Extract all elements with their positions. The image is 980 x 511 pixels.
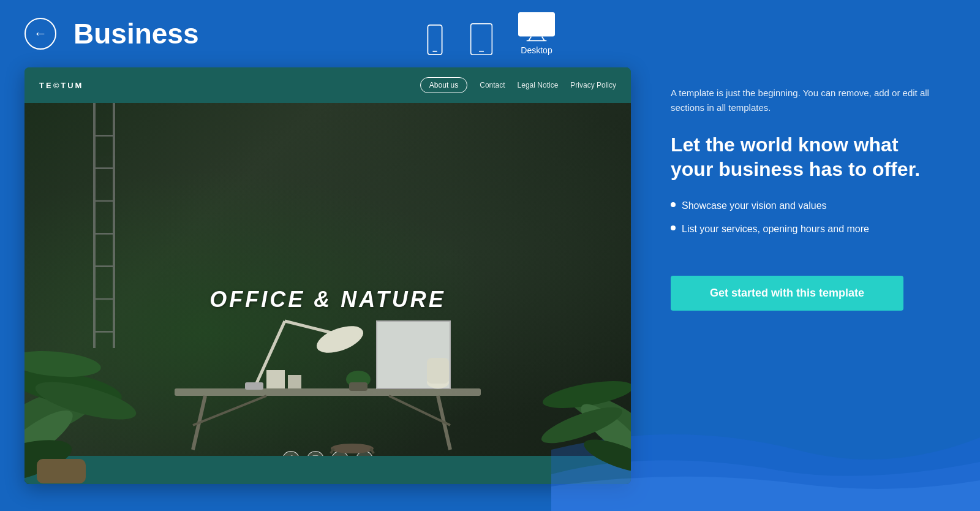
svg-point-46 <box>331 444 374 453</box>
info-bullets: Showcase your vision and values List you… <box>671 199 931 245</box>
website-frame: TE©TUM About us Contact Legal Notice Pri… <box>24 67 631 484</box>
desk-illustration <box>144 284 511 456</box>
nav-link-about[interactable]: About us <box>420 77 467 93</box>
nav-link-privacy[interactable]: Privacy Policy <box>570 81 616 89</box>
desktop-icon <box>518 12 555 42</box>
plant-left-decoration <box>24 180 147 484</box>
info-description: A template is just the beginning. You ca… <box>671 86 931 115</box>
svg-rect-0 <box>428 25 442 55</box>
desktop-label: Desktop <box>521 45 552 55</box>
svg-rect-43 <box>427 358 449 384</box>
plant-right-decoration <box>533 241 631 484</box>
site-hero: OFFICE & NATURE <box>24 103 631 484</box>
device-mobile[interactable] <box>425 25 445 55</box>
nav-link-legal[interactable]: Legal Notice <box>518 81 559 89</box>
bullet-text-2: List your services, opening hours and mo… <box>682 222 869 237</box>
info-panel: A template is just the beginning. You ca… <box>637 67 956 511</box>
site-nav-links: About us Contact Legal Notice Privacy Po… <box>420 77 616 93</box>
device-desktop[interactable]: Desktop <box>518 12 555 55</box>
device-tablet[interactable] <box>469 23 494 55</box>
info-heading: Let the world know what your business ha… <box>671 132 931 181</box>
svg-line-5 <box>529 36 531 40</box>
svg-point-37 <box>313 320 366 358</box>
mobile-icon <box>425 25 445 55</box>
svg-line-6 <box>542 36 545 40</box>
back-arrow-icon: ← <box>34 27 47 40</box>
site-logo: TE©TUM <box>39 81 83 90</box>
nav-link-contact[interactable]: Contact <box>480 81 505 89</box>
svg-rect-4 <box>519 13 554 36</box>
device-switcher: Desktop <box>425 12 555 55</box>
site-nav: TE©TUM About us Contact Legal Notice Pri… <box>24 67 631 103</box>
bullet-text-1: Showcase your vision and values <box>682 199 827 213</box>
svg-rect-2 <box>471 24 492 55</box>
bullet-item-2: List your services, opening hours and mo… <box>671 222 931 237</box>
get-started-button[interactable]: Get started with this template <box>671 276 903 311</box>
svg-rect-40 <box>266 370 285 388</box>
header: ← Business Desktop <box>0 0 980 67</box>
main-content: TE©TUM About us Contact Legal Notice Pri… <box>0 67 980 511</box>
svg-rect-41 <box>288 375 301 388</box>
svg-rect-38 <box>245 382 263 390</box>
page-title: Business <box>74 17 199 50</box>
bullet-dot-2 <box>671 225 676 230</box>
tablet-icon <box>469 23 494 55</box>
svg-rect-45 <box>349 382 368 391</box>
svg-rect-24 <box>37 459 86 483</box>
bullet-item-1: Showcase your vision and values <box>671 199 931 213</box>
svg-line-36 <box>285 321 334 333</box>
svg-rect-30 <box>175 388 481 396</box>
preview-area: TE©TUM About us Contact Legal Notice Pri… <box>24 67 637 511</box>
bullet-dot-1 <box>671 202 676 207</box>
back-button[interactable]: ← <box>24 18 56 50</box>
